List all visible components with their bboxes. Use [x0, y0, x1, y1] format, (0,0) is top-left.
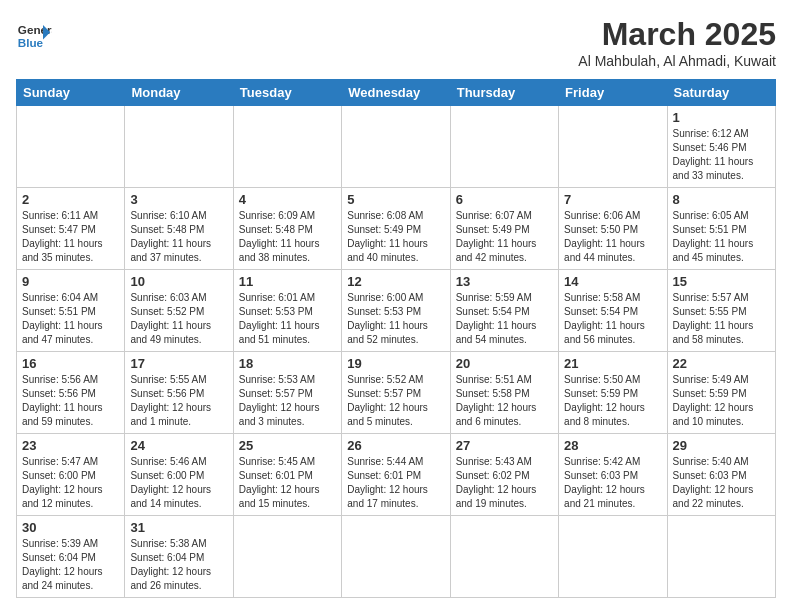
calendar-cell: 22Sunrise: 5:49 AM Sunset: 5:59 PM Dayli… — [667, 352, 775, 434]
day-info: Sunrise: 5:50 AM Sunset: 5:59 PM Dayligh… — [564, 373, 661, 429]
calendar-cell: 1Sunrise: 6:12 AM Sunset: 5:46 PM Daylig… — [667, 106, 775, 188]
header: General Blue March 2025 Al Mahbulah, Al … — [16, 16, 776, 69]
day-number: 4 — [239, 192, 336, 207]
day-info: Sunrise: 6:04 AM Sunset: 5:51 PM Dayligh… — [22, 291, 119, 347]
calendar-cell: 23Sunrise: 5:47 AM Sunset: 6:00 PM Dayli… — [17, 434, 125, 516]
day-info: Sunrise: 6:07 AM Sunset: 5:49 PM Dayligh… — [456, 209, 553, 265]
calendar-cell: 26Sunrise: 5:44 AM Sunset: 6:01 PM Dayli… — [342, 434, 450, 516]
calendar-cell: 25Sunrise: 5:45 AM Sunset: 6:01 PM Dayli… — [233, 434, 341, 516]
day-info: Sunrise: 6:00 AM Sunset: 5:53 PM Dayligh… — [347, 291, 444, 347]
day-number: 3 — [130, 192, 227, 207]
day-number: 8 — [673, 192, 770, 207]
calendar-cell — [450, 106, 558, 188]
day-number: 15 — [673, 274, 770, 289]
day-info: Sunrise: 6:09 AM Sunset: 5:48 PM Dayligh… — [239, 209, 336, 265]
day-number: 27 — [456, 438, 553, 453]
day-number: 28 — [564, 438, 661, 453]
day-info: Sunrise: 5:56 AM Sunset: 5:56 PM Dayligh… — [22, 373, 119, 429]
calendar-cell: 8Sunrise: 6:05 AM Sunset: 5:51 PM Daylig… — [667, 188, 775, 270]
day-info: Sunrise: 5:47 AM Sunset: 6:00 PM Dayligh… — [22, 455, 119, 511]
weekday-header-sunday: Sunday — [17, 80, 125, 106]
weekday-header-tuesday: Tuesday — [233, 80, 341, 106]
calendar-cell: 2Sunrise: 6:11 AM Sunset: 5:47 PM Daylig… — [17, 188, 125, 270]
day-info: Sunrise: 5:59 AM Sunset: 5:54 PM Dayligh… — [456, 291, 553, 347]
title-area: March 2025 Al Mahbulah, Al Ahmadi, Kuwai… — [578, 16, 776, 69]
day-number: 26 — [347, 438, 444, 453]
calendar-cell: 9Sunrise: 6:04 AM Sunset: 5:51 PM Daylig… — [17, 270, 125, 352]
calendar-title: March 2025 — [578, 16, 776, 53]
day-info: Sunrise: 6:12 AM Sunset: 5:46 PM Dayligh… — [673, 127, 770, 183]
week-row-6: 30Sunrise: 5:39 AM Sunset: 6:04 PM Dayli… — [17, 516, 776, 598]
day-number: 13 — [456, 274, 553, 289]
calendar-cell: 12Sunrise: 6:00 AM Sunset: 5:53 PM Dayli… — [342, 270, 450, 352]
week-row-4: 16Sunrise: 5:56 AM Sunset: 5:56 PM Dayli… — [17, 352, 776, 434]
svg-text:Blue: Blue — [18, 36, 44, 49]
calendar-cell — [17, 106, 125, 188]
calendar-cell — [125, 106, 233, 188]
logo: General Blue — [16, 16, 52, 52]
calendar-cell: 18Sunrise: 5:53 AM Sunset: 5:57 PM Dayli… — [233, 352, 341, 434]
day-info: Sunrise: 6:08 AM Sunset: 5:49 PM Dayligh… — [347, 209, 444, 265]
day-info: Sunrise: 5:42 AM Sunset: 6:03 PM Dayligh… — [564, 455, 661, 511]
calendar-cell: 6Sunrise: 6:07 AM Sunset: 5:49 PM Daylig… — [450, 188, 558, 270]
day-info: Sunrise: 6:11 AM Sunset: 5:47 PM Dayligh… — [22, 209, 119, 265]
day-info: Sunrise: 5:58 AM Sunset: 5:54 PM Dayligh… — [564, 291, 661, 347]
calendar-subtitle: Al Mahbulah, Al Ahmadi, Kuwait — [578, 53, 776, 69]
calendar-cell — [667, 516, 775, 598]
day-info: Sunrise: 5:40 AM Sunset: 6:03 PM Dayligh… — [673, 455, 770, 511]
calendar-cell: 27Sunrise: 5:43 AM Sunset: 6:02 PM Dayli… — [450, 434, 558, 516]
week-row-5: 23Sunrise: 5:47 AM Sunset: 6:00 PM Dayli… — [17, 434, 776, 516]
calendar-cell — [559, 516, 667, 598]
week-row-2: 2Sunrise: 6:11 AM Sunset: 5:47 PM Daylig… — [17, 188, 776, 270]
day-info: Sunrise: 5:55 AM Sunset: 5:56 PM Dayligh… — [130, 373, 227, 429]
day-info: Sunrise: 6:05 AM Sunset: 5:51 PM Dayligh… — [673, 209, 770, 265]
day-info: Sunrise: 5:52 AM Sunset: 5:57 PM Dayligh… — [347, 373, 444, 429]
day-info: Sunrise: 6:10 AM Sunset: 5:48 PM Dayligh… — [130, 209, 227, 265]
week-row-3: 9Sunrise: 6:04 AM Sunset: 5:51 PM Daylig… — [17, 270, 776, 352]
calendar-cell — [233, 516, 341, 598]
day-number: 12 — [347, 274, 444, 289]
day-info: Sunrise: 5:39 AM Sunset: 6:04 PM Dayligh… — [22, 537, 119, 593]
day-info: Sunrise: 5:43 AM Sunset: 6:02 PM Dayligh… — [456, 455, 553, 511]
calendar-cell: 29Sunrise: 5:40 AM Sunset: 6:03 PM Dayli… — [667, 434, 775, 516]
weekday-header-friday: Friday — [559, 80, 667, 106]
day-info: Sunrise: 5:46 AM Sunset: 6:00 PM Dayligh… — [130, 455, 227, 511]
calendar-cell: 17Sunrise: 5:55 AM Sunset: 5:56 PM Dayli… — [125, 352, 233, 434]
day-info: Sunrise: 6:03 AM Sunset: 5:52 PM Dayligh… — [130, 291, 227, 347]
day-number: 6 — [456, 192, 553, 207]
day-number: 14 — [564, 274, 661, 289]
calendar-cell: 13Sunrise: 5:59 AM Sunset: 5:54 PM Dayli… — [450, 270, 558, 352]
day-number: 11 — [239, 274, 336, 289]
calendar-cell: 11Sunrise: 6:01 AM Sunset: 5:53 PM Dayli… — [233, 270, 341, 352]
calendar-cell — [342, 516, 450, 598]
day-number: 7 — [564, 192, 661, 207]
day-number: 22 — [673, 356, 770, 371]
calendar-cell: 4Sunrise: 6:09 AM Sunset: 5:48 PM Daylig… — [233, 188, 341, 270]
day-number: 10 — [130, 274, 227, 289]
day-number: 25 — [239, 438, 336, 453]
calendar-cell: 21Sunrise: 5:50 AM Sunset: 5:59 PM Dayli… — [559, 352, 667, 434]
calendar-cell — [342, 106, 450, 188]
day-number: 24 — [130, 438, 227, 453]
day-info: Sunrise: 5:53 AM Sunset: 5:57 PM Dayligh… — [239, 373, 336, 429]
day-number: 17 — [130, 356, 227, 371]
calendar-cell: 31Sunrise: 5:38 AM Sunset: 6:04 PM Dayli… — [125, 516, 233, 598]
day-number: 16 — [22, 356, 119, 371]
calendar-cell: 15Sunrise: 5:57 AM Sunset: 5:55 PM Dayli… — [667, 270, 775, 352]
day-number: 1 — [673, 110, 770, 125]
calendar-table: SundayMondayTuesdayWednesdayThursdayFrid… — [16, 79, 776, 598]
calendar-cell: 3Sunrise: 6:10 AM Sunset: 5:48 PM Daylig… — [125, 188, 233, 270]
day-number: 23 — [22, 438, 119, 453]
calendar-cell: 28Sunrise: 5:42 AM Sunset: 6:03 PM Dayli… — [559, 434, 667, 516]
day-number: 31 — [130, 520, 227, 535]
week-row-1: 1Sunrise: 6:12 AM Sunset: 5:46 PM Daylig… — [17, 106, 776, 188]
logo-icon: General Blue — [16, 16, 52, 52]
calendar-cell — [233, 106, 341, 188]
calendar-cell: 7Sunrise: 6:06 AM Sunset: 5:50 PM Daylig… — [559, 188, 667, 270]
day-number: 9 — [22, 274, 119, 289]
day-info: Sunrise: 6:06 AM Sunset: 5:50 PM Dayligh… — [564, 209, 661, 265]
day-number: 29 — [673, 438, 770, 453]
day-info: Sunrise: 5:49 AM Sunset: 5:59 PM Dayligh… — [673, 373, 770, 429]
calendar-cell: 20Sunrise: 5:51 AM Sunset: 5:58 PM Dayli… — [450, 352, 558, 434]
day-number: 5 — [347, 192, 444, 207]
